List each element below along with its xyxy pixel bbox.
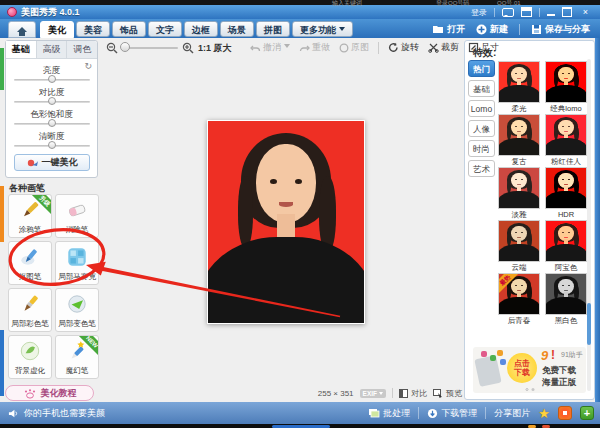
save-icon (531, 24, 542, 35)
download-manager-button[interactable]: 下载管理 (427, 407, 477, 420)
brush-local-mosaic[interactable]: 局部马赛克 (55, 241, 99, 285)
beautify-icon (27, 158, 39, 168)
effects-category-art[interactable]: 艺术 (468, 160, 495, 177)
slider-handle[interactable] (48, 119, 56, 127)
saturation-slider[interactable] (14, 123, 90, 125)
effects-category-portrait[interactable]: 人像 (468, 120, 495, 137)
effect-post-youth[interactable]: 最热 (498, 273, 540, 315)
effect-hdr[interactable] (545, 167, 587, 209)
tab-scene[interactable]: 场景 (220, 21, 254, 37)
mosaic-icon (65, 245, 89, 269)
sharpness-slider[interactable] (14, 145, 90, 147)
background-text: 输入关键词 (332, 0, 362, 8)
effect-abao-color[interactable] (545, 220, 587, 262)
tab-more-functions[interactable]: 更多功能 (292, 21, 353, 37)
brightness-slider[interactable] (14, 79, 90, 81)
new-button[interactable]: 新建 (476, 23, 508, 36)
redo-button[interactable]: 重做 (299, 41, 330, 54)
zoom-level-label[interactable]: 1:1 原大 (198, 42, 232, 55)
close-icon[interactable]: × (579, 7, 592, 18)
adjust-tab-advanced[interactable]: 高级 (37, 41, 68, 58)
effect-vintage[interactable] (498, 114, 540, 156)
tab-text[interactable]: 文字 (148, 21, 182, 37)
tab-retouch[interactable]: 美容 (76, 21, 110, 37)
slider-handle[interactable] (48, 141, 56, 149)
effect-cloud[interactable] (498, 220, 540, 262)
effects-category-hot[interactable]: 热门 (468, 60, 495, 77)
brush-local-recolor-pen[interactable]: 局部变色笔 (55, 288, 99, 332)
home-button[interactable] (8, 21, 36, 38)
rotate-button[interactable]: 旋转 (388, 41, 419, 54)
maximize-icon[interactable] (562, 7, 572, 17)
favorites-star-icon[interactable]: ★ (538, 406, 550, 421)
download-icon (427, 408, 438, 419)
brush-local-color-pen[interactable]: 局部彩色笔 (8, 288, 52, 332)
divider (519, 24, 520, 35)
scrollbar-thumb[interactable] (587, 303, 591, 345)
brush-eraser-pen[interactable]: 消除笔 (55, 194, 99, 238)
open-button[interactable]: 打开 (432, 23, 465, 36)
statusbar: 你的手机也需要美颜 批处理 下载管理 分享图片 ★ + (0, 402, 600, 424)
tab-frame[interactable]: 边框 (184, 21, 218, 37)
brush-doodle-pen[interactable]: 涂鸦笔 升级 (8, 194, 52, 238)
minimize-icon[interactable] (547, 14, 555, 16)
brush-magic-pen[interactable]: 魔幻笔 NEW (55, 335, 99, 379)
meitu-app-window: 输入关键词 登录QQ号码 QQ号.01 美图秀秀 4.0.1 登录 × 美化 美… (0, 0, 600, 428)
contrast-slider[interactable] (14, 101, 90, 103)
rotate-icon (388, 42, 399, 53)
original-view-button[interactable]: 原图 (339, 41, 369, 54)
crop-icon (428, 42, 439, 53)
effect-classic-lomo[interactable] (545, 61, 587, 103)
skin-icon[interactable] (521, 7, 532, 17)
original-icon (339, 43, 349, 53)
undo-button[interactable]: 撤消 (250, 41, 290, 54)
share-picture-button[interactable]: 分享图片 (494, 407, 530, 420)
feedback-icon[interactable] (502, 8, 514, 17)
background-fragment (0, 186, 4, 242)
slider-handle[interactable] (48, 97, 56, 105)
resize-button[interactable]: 尺寸 (468, 41, 499, 54)
effect-pink-lady[interactable] (545, 114, 587, 156)
effects-category-lomo[interactable]: Lomo (468, 100, 495, 117)
zoom-slider-handle[interactable] (120, 42, 130, 52)
photo-canvas[interactable] (207, 120, 365, 324)
compare-button[interactable]: 对比 (399, 388, 427, 399)
carousel-dots[interactable] (525, 388, 534, 391)
adjust-tab-color[interactable]: 调色 (67, 41, 97, 58)
zoom-in-icon[interactable] (182, 42, 194, 54)
beautify-tutorial-button[interactable]: 美化教程 (5, 385, 94, 401)
background-text: 登录QQ号码 (436, 0, 469, 8)
background-taskbar-strip (0, 424, 600, 428)
background-fragment (0, 330, 4, 396)
divider (418, 407, 419, 419)
redo-icon (299, 43, 310, 53)
brush-background-blur[interactable]: 背景虚化 (8, 335, 52, 379)
effects-category-basic[interactable]: 基础 (468, 80, 495, 97)
one-key-beautify-button[interactable]: 一键美化 (14, 154, 90, 171)
brush-cutout-pen[interactable]: 抠图笔 (8, 241, 52, 285)
preview-button[interactable]: 预览 (433, 388, 462, 399)
tab-collage[interactable]: 拼图 (256, 21, 290, 37)
ad-banner-91-assistant[interactable]: 点击 下载 9 ! 91助手 免费下载 海量正版 (473, 347, 586, 393)
tab-accessories[interactable]: 饰品 (112, 21, 146, 37)
adjust-tab-basic[interactable]: 基础 (6, 41, 37, 58)
crop-button[interactable]: 裁剪 (428, 41, 459, 54)
divider (378, 42, 379, 54)
zoom-slider-track[interactable] (124, 47, 178, 49)
login-link[interactable]: 登录 (471, 7, 487, 18)
resize-icon (468, 42, 479, 53)
add-app-icon[interactable]: + (580, 406, 594, 420)
app-logo-icon (7, 7, 17, 17)
save-share-button[interactable]: 保存与分享 (531, 23, 590, 36)
meitu-kankan-icon[interactable] (558, 406, 572, 420)
click-download-button[interactable]: 点击 下载 (507, 353, 537, 383)
effect-soft-light[interactable] (498, 61, 540, 103)
effect-elegant[interactable] (498, 167, 540, 209)
exif-badge[interactable]: EXIF (360, 389, 386, 398)
tab-beautify[interactable]: 美化 (40, 21, 74, 38)
slider-handle[interactable] (48, 75, 56, 83)
effect-black-white[interactable] (545, 273, 587, 315)
zoom-out-icon[interactable] (106, 42, 118, 54)
effects-category-fashion[interactable]: 时尚 (468, 140, 495, 157)
batch-process-button[interactable]: 批处理 (368, 407, 410, 420)
